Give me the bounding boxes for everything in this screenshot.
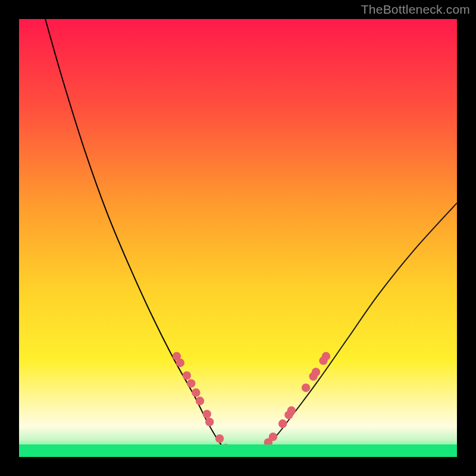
curve-right bbox=[238, 203, 457, 457]
data-dot-left bbox=[183, 371, 191, 380]
data-dot-right bbox=[269, 433, 277, 441]
data-dot-left bbox=[205, 418, 214, 426]
data-dot-left bbox=[176, 359, 184, 367]
data-dot-right bbox=[278, 419, 287, 428]
data-dot-left bbox=[203, 410, 211, 418]
watermark-text: TheBottleneck.com bbox=[361, 2, 470, 17]
curve-left bbox=[45, 19, 247, 457]
data-dot-left bbox=[215, 434, 224, 443]
data-dot-left bbox=[187, 379, 195, 387]
data-dot-right bbox=[322, 352, 330, 361]
data-dot-right bbox=[302, 384, 310, 392]
data-dot-right bbox=[287, 406, 296, 415]
data-dot-left bbox=[196, 397, 204, 405]
chart-stage: TheBottleneck.com bbox=[0, 0, 476, 476]
data-dot-right bbox=[312, 368, 320, 376]
bottleneck-curve bbox=[19, 19, 457, 457]
data-dot-left bbox=[192, 389, 200, 397]
plot-area bbox=[19, 19, 457, 457]
optimal-zone-strip bbox=[19, 444, 457, 457]
